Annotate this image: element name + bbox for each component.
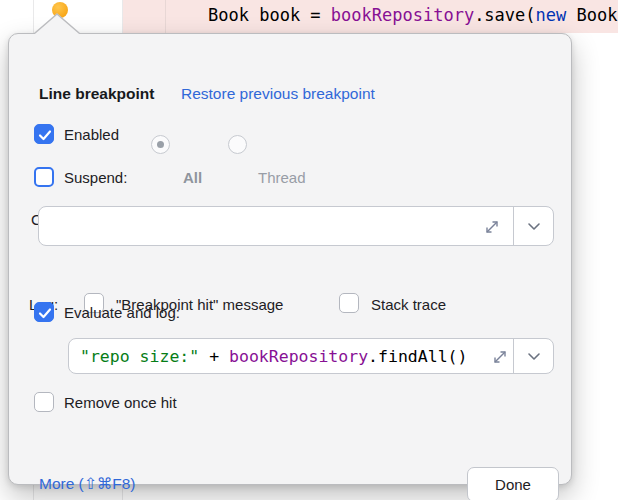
- condition-combo: [38, 206, 554, 246]
- condition-dropdown-button[interactable]: [514, 207, 553, 245]
- radio-dot-icon: [157, 141, 164, 148]
- code-keyword: new: [536, 5, 567, 25]
- evaluate-combo: "repo size:" + bookRepository.findAll(): [68, 338, 554, 374]
- stack-trace-label: Stack trace: [371, 296, 446, 313]
- evaluate-and-log-checkbox[interactable]: [34, 302, 54, 322]
- restore-previous-breakpoint-link[interactable]: Restore previous breakpoint: [181, 85, 375, 103]
- code-plain: .save(: [474, 5, 535, 25]
- suspend-thread-label: Thread: [258, 169, 306, 186]
- evaluate-input[interactable]: "repo size:" + bookRepository.findAll(): [80, 339, 467, 373]
- code-field-ref: bookRepository: [331, 5, 474, 25]
- stack-trace-checkbox[interactable]: [339, 293, 359, 313]
- more-settings-link[interactable]: More (⇧⌘F8): [39, 475, 136, 493]
- expand-editor-icon[interactable]: [483, 218, 501, 236]
- expand-editor-icon[interactable]: [491, 348, 509, 366]
- enabled-checkbox[interactable]: [34, 124, 54, 144]
- remove-once-hit-label: Remove once hit: [64, 394, 177, 411]
- checkmark-icon: [36, 304, 54, 322]
- code-string: "repo size:": [80, 347, 199, 366]
- remove-once-hit-checkbox[interactable]: [34, 392, 54, 412]
- popup-title: Line breakpoint: [39, 85, 154, 103]
- suspend-thread-radio[interactable]: [228, 135, 247, 154]
- suspend-all-label: All: [183, 169, 202, 186]
- done-button-label: Done: [495, 476, 531, 493]
- suspend-all-radio[interactable]: [151, 135, 170, 154]
- done-button[interactable]: Done: [467, 467, 559, 500]
- suspend-label: Suspend:: [64, 169, 127, 186]
- evaluate-dropdown-button[interactable]: [514, 339, 553, 373]
- line-breakpoint-popup: Line breakpoint Restore previous breakpo…: [8, 33, 572, 485]
- chevron-down-icon: [527, 352, 541, 361]
- evaluate-and-log-label: Evaluate and log:: [64, 304, 180, 321]
- suspend-checkbox[interactable]: [34, 167, 54, 187]
- code-plain: +: [199, 347, 229, 366]
- code-plain: .findAll(): [368, 347, 467, 366]
- code-plain: Book: [566, 5, 617, 25]
- code-plain: Book book =: [208, 5, 331, 25]
- enabled-label: Enabled: [64, 126, 119, 143]
- checkmark-icon: [36, 126, 54, 144]
- code-field-ref: bookRepository: [229, 347, 368, 366]
- fold-gutter-separator: [165, 0, 166, 33]
- code-line-text: Book book = bookRepository.save(new Book: [208, 0, 617, 33]
- chevron-down-icon: [527, 222, 541, 231]
- popup-callout-arrow: [34, 12, 80, 36]
